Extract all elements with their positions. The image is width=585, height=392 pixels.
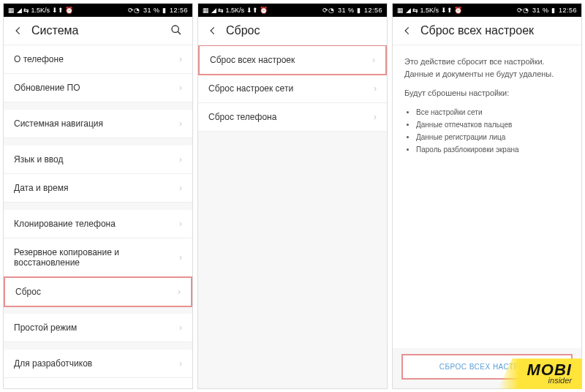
time-text: 12:56: [364, 7, 382, 14]
chevron-right-icon: ›: [178, 287, 181, 297]
bullet-item: Данные регистрации лица: [416, 132, 570, 143]
bullet-item: Данные отпечатков пальцев: [416, 119, 570, 130]
bullet-item: Все настройки сети: [416, 107, 570, 118]
status-bar: ▦ ◢ ⇆ 1.5K/s ⬇⬆ ⏰ ⟳◔ 31 % ▮ 12:56: [198, 4, 387, 17]
signal-icons: ▦ ◢ ⇆ 1.5K/s ⬇⬆ ⏰: [8, 7, 73, 14]
row-cert-logos[interactable]: Логотипы сертификатов›: [4, 378, 192, 388]
row-about-phone[interactable]: О телефоне›: [4, 45, 192, 74]
chevron-right-icon: ›: [179, 118, 182, 129]
row-software-update[interactable]: Обновление ПО›: [4, 74, 192, 102]
phone-screen-system: ▦ ◢ ⇆ 1.5K/s ⬇⬆ ⏰ ⟳◔ 31 % ▮ 12:56 Систем…: [3, 3, 193, 389]
search-icon[interactable]: [170, 24, 184, 37]
time-text: 12:56: [559, 7, 577, 14]
reset-list: Сброс всех настроек› Сброс настроек сети…: [198, 45, 387, 388]
battery-shape: ▮: [162, 7, 167, 14]
desc-text-2: Будут сброшены настройки:: [404, 87, 570, 99]
chevron-right-icon: ›: [372, 55, 375, 65]
page-title: Сброс: [226, 24, 378, 37]
battery-icon: ⟳◔: [322, 7, 335, 14]
row-date-time[interactable]: Дата и время›: [4, 174, 192, 203]
header: Сброс: [198, 17, 387, 45]
page-title: Система: [31, 24, 170, 37]
chevron-right-icon: ›: [179, 323, 182, 333]
chevron-right-icon: ›: [179, 54, 182, 64]
phone-screen-reset-all: ▦ ◢ ⇆ 1.5K/s ⬇⬆ ⏰ ⟳◔ 31 % ▮ 12:56 Сброс …: [392, 3, 582, 389]
time-text: 12:56: [170, 7, 188, 14]
svg-point-0: [172, 26, 178, 32]
status-bar: ▦ ◢ ⇆ 1.5K/s ⬇⬆ ⏰ ⟳◔ 31 % ▮ 12:56: [4, 4, 192, 17]
row-reset-all-settings[interactable]: Сброс всех настроек›: [198, 45, 387, 75]
desc-text-1: Это действие сбросит все настройки. Данн…: [404, 56, 570, 80]
reset-bullets: Все настройки сети Данные отпечатков пал…: [404, 107, 570, 155]
page-title: Сброс всех настроек: [420, 24, 573, 37]
phone-screen-reset: ▦ ◢ ⇆ 1.5K/s ⬇⬆ ⏰ ⟳◔ 31 % ▮ 12:56 Сброс …: [197, 3, 388, 389]
row-phone-clone[interactable]: Клонирование телефона›: [4, 210, 192, 238]
battery-text: 31 %: [532, 7, 549, 14]
signal-icons: ▦ ◢ ⇆ 1.5K/s ⬇⬆ ⏰: [203, 7, 268, 14]
svg-line-1: [178, 31, 181, 34]
watermark: MOBI insider: [498, 358, 582, 389]
row-reset[interactable]: Сброс›: [4, 276, 192, 307]
chevron-right-icon: ›: [179, 183, 182, 193]
row-backup-restore[interactable]: Резервное копирование и восстановление›: [4, 238, 192, 277]
chevron-right-icon: ›: [179, 252, 182, 263]
reset-description: Это действие сбросит все настройки. Данн…: [393, 45, 581, 348]
row-reset-network[interactable]: Сброс настроек сети›: [198, 75, 387, 103]
bullet-item: Пароль разблокировки экрана: [416, 144, 570, 155]
back-icon[interactable]: [401, 25, 413, 37]
row-system-navigation[interactable]: Системная навигация›: [4, 110, 192, 138]
row-language-input[interactable]: Язык и ввод›: [4, 146, 192, 174]
back-icon[interactable]: [12, 25, 24, 37]
chevron-right-icon: ›: [179, 154, 182, 165]
battery-text: 31 %: [338, 7, 355, 14]
row-developer-options[interactable]: Для разработчиков›: [4, 350, 192, 378]
status-bar: ▦ ◢ ⇆ 1.5K/s ⬇⬆ ⏰ ⟳◔ 31 % ▮ 12:56: [393, 4, 581, 17]
chevron-right-icon: ›: [179, 83, 182, 93]
battery-icon: ⟳◔: [517, 7, 529, 14]
row-simple-mode[interactable]: Простой режим›: [4, 314, 192, 342]
chevron-right-icon: ›: [374, 83, 377, 94]
chevron-right-icon: ›: [179, 358, 182, 369]
header: Система: [4, 17, 192, 45]
battery-shape: ▮: [357, 7, 361, 14]
header: Сброс всех настроек: [393, 17, 581, 45]
battery-icon: ⟳◔: [128, 7, 140, 14]
signal-icons: ▦ ◢ ⇆ 1.5K/s ⬇⬆ ⏰: [397, 7, 462, 14]
battery-text: 31 %: [143, 7, 160, 14]
chevron-right-icon: ›: [179, 219, 182, 229]
settings-list: О телефоне› Обновление ПО› Системная нав…: [4, 45, 192, 388]
chevron-right-icon: ›: [374, 112, 377, 122]
row-reset-phone[interactable]: Сброс телефона›: [198, 103, 387, 132]
chevron-right-icon: ›: [179, 387, 182, 388]
battery-shape: ▮: [551, 7, 556, 14]
back-icon[interactable]: [207, 25, 219, 37]
